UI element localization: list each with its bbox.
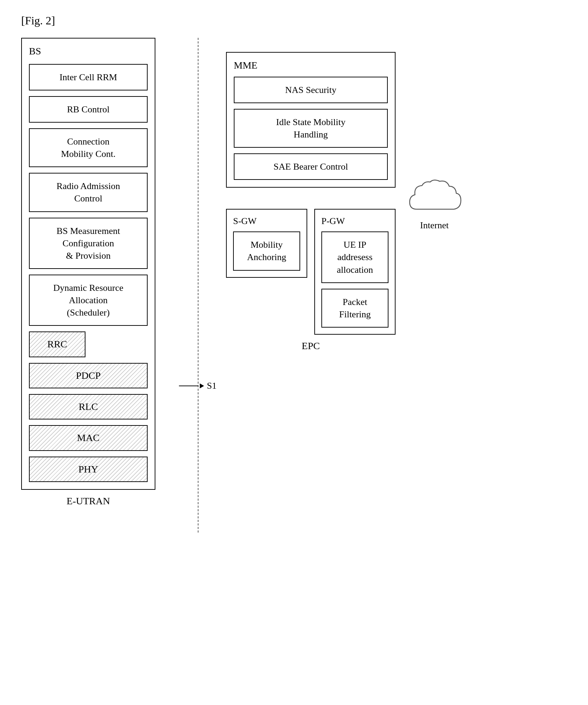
rrc-box: RRC [29,331,85,357]
e-utran-label: E-UTRAN [67,495,110,507]
idle-state-box: Idle State MobilityHandling [234,109,388,148]
inter-cell-rrm-box: Inter Cell RRM [29,64,148,90]
internet-cloud-icon [406,179,463,218]
separator-column: S1 [177,38,219,533]
s1-arrow-head [200,383,204,388]
gw-row: S-GW MobilityAnchoring P-GW UE IP addres… [226,209,396,334]
phy-box: PHY [29,457,148,482]
radio-admission-box: Radio AdmissionControl [29,173,148,212]
sgw-box: S-GW MobilityAnchoring [226,209,307,277]
pgw-box: P-GW UE IP addresessallocation Packet Fi… [314,209,396,334]
bs-column: BS Inter Cell RRM RB Control ConnectionM… [21,38,155,507]
pgw-label: P-GW [321,216,388,227]
dashed-line [198,38,198,533]
dynamic-resource-box: Dynamic ResourceAllocation(Scheduler) [29,275,148,326]
internet-label: Internet [420,220,449,231]
mobility-anchoring-box: MobilityAnchoring [233,231,300,270]
pdcp-box: PDCP [29,363,148,388]
sae-bearer-box: SAE Bearer Control [234,153,388,180]
connection-mobility-box: ConnectionMobility Cont. [29,128,148,167]
rlc-box: RLC [29,394,148,419]
epc-label: EPC [226,340,396,352]
rb-control-box: RB Control [29,96,148,123]
packet-filtering-box: Packet Filtering [321,289,388,328]
ue-ip-box: UE IP addresessallocation [321,231,388,283]
epc-section: MME NAS Security Idle State MobilityHand… [226,38,396,352]
sgw-label: S-GW [233,216,300,227]
s1-text: S1 [207,381,216,391]
figure-label: [Fig. 2] [21,14,567,27]
nas-security-box: NAS Security [234,77,388,103]
mme-box: MME NAS Security Idle State MobilityHand… [226,52,396,188]
s1-label: S1 [179,381,216,391]
mme-label: MME [234,60,388,71]
mme-inner: NAS Security Idle State MobilityHandling… [234,77,388,180]
bs-label: BS [29,46,41,57]
internet-area: Internet [406,179,463,231]
s1-arrow-line [179,386,198,386]
mac-box: MAC [29,425,148,451]
bs-box: BS Inter Cell RRM RB Control ConnectionM… [21,38,155,490]
bs-measurement-box: BS MeasurementConfiguration& Provision [29,218,148,269]
